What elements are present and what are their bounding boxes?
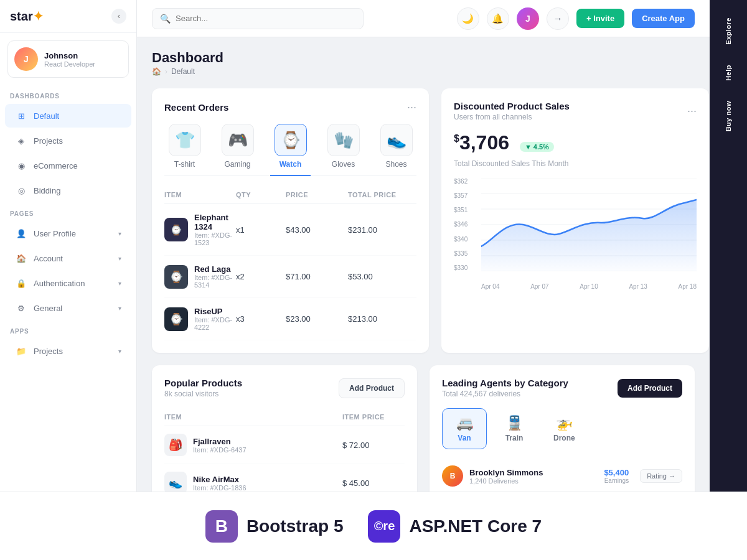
order-item-image: ⌚ [164,265,188,289]
tab-gaming[interactable]: 🎮 Gaming [217,124,258,176]
page-title-wrap: Dashboard 🏠 › Default [152,50,223,76]
table-row: ⌚ Elephant 1324 Item: #XDG-1523 x1 $43.0… [164,204,416,256]
search-input[interactable] [176,14,355,23]
col-price: PRICE [286,191,348,198]
user-card[interactable]: J Johnson React Developer [7,40,129,78]
gloves-icon: 🧤 [327,124,360,156]
page-title: Dashboard [152,50,223,66]
order-item-id: Item: #XDG-4222 [194,316,236,331]
sidebar-collapse-button[interactable]: ‹ [111,9,126,24]
y-label: $351 [454,207,467,213]
buy-now-button[interactable]: Buy now [720,93,737,139]
sidebar-item-label: User Profile [34,229,76,238]
product-image: 👟 [164,472,187,494]
lock-icon: 🔒 [15,277,27,289]
order-tabs: 👕 T-shirt 🎮 Gaming ⌚ Watch 🧤 Gloves [164,124,416,176]
tab-tshirt[interactable]: 👕 T-shirt [164,124,205,176]
tab-drone[interactable]: 🚁 Drone [542,408,587,449]
order-price: $43.00 [286,225,348,235]
rating-button[interactable]: Rating → [640,469,682,483]
sidebar-item-label: eCommerce [34,161,78,170]
bootstrap-icon: B [205,510,238,543]
aspnet-icon: ©re [368,510,400,543]
order-price: $23.00 [286,314,348,324]
chart-x-labels: Apr 04 Apr 07 Apr 10 Apr 13 Apr 18 [481,283,697,290]
user-avatar-topbar[interactable]: J [517,7,539,30]
order-item-details: Red Laga Item: #XDG-5314 [194,264,236,289]
chart-title: Discounted Product Sales [454,101,570,111]
order-item-image: ⌚ [164,307,188,331]
footer-overlay: B Bootstrap 5 ©re ASP.NET Core 7 [0,492,747,560]
sidebar-item-bidding[interactable]: ◎ Bidding [5,179,131,202]
theme-toggle-button[interactable]: 🌙 [457,7,479,30]
list-item: B Brooklyn Simmons 1,240 Deliveries $5,4… [442,459,682,493]
tab-shoes[interactable]: 👟 Shoes [376,124,416,176]
agents-card-header: Leading Agents by Category Total 424,567… [442,378,682,398]
create-app-button[interactable]: Create App [632,9,695,28]
sidebar-item-projects[interactable]: ◈ Projects [5,129,131,152]
top-grid: Recent Orders ··· 👕 T-shirt 🎮 Gaming [152,88,695,353]
bootstrap-brand: B Bootstrap 5 [205,510,344,543]
y-label: $335 [454,250,467,257]
ecommerce-icon: ◉ [15,159,27,172]
pages-section-label: PAGES [0,203,136,221]
chart-svg-wrapper [481,178,697,271]
drone-icon: 🚁 [556,415,573,431]
sidebar-logo-area: star✦ ‹ [0,0,136,33]
x-label: Apr 18 [679,283,697,290]
chevron-down-icon: ▾ [118,280,121,287]
recent-orders-header: Recent Orders ··· [164,101,416,114]
notifications-button[interactable]: 🔔 [487,7,509,30]
tab-label: Van [458,434,471,442]
sidebar-item-ecommerce[interactable]: ◉ eCommerce [5,154,131,177]
sidebar-item-general[interactable]: ⚙ General ▾ [5,296,131,320]
apps-section-label: APPS [0,320,136,338]
add-product-button[interactable]: Add Product [339,378,405,398]
products-card-title: Popular Products [164,378,242,388]
main-area: 🔍 🌙 🔔 J → + Invite Create App Dashboard … [137,0,710,560]
add-product-button-agents[interactable]: Add Product [618,379,682,398]
order-item-info: ⌚ Red Laga Item: #XDG-5314 [164,264,236,289]
col-item: ITEM [164,413,342,421]
sales-chart-card: Discounted Product Sales Users from all … [441,88,709,353]
user-role: React Developer [44,60,95,68]
invite-button[interactable]: + Invite [576,9,624,28]
tab-train[interactable]: 🚆 Train [492,408,537,449]
sidebar-item-user-profile[interactable]: 👤 User Profile ▾ [5,222,131,245]
tab-van[interactable]: 🚐 Van [442,408,487,449]
product-price: $ 72.00 [342,441,405,450]
tab-gloves[interactable]: 🧤 Gloves [323,124,364,176]
user-icon: 👤 [15,227,27,240]
table-row: ⌚ RiseUP Item: #XDG-4222 x3 $23.00 $213.… [164,298,416,340]
sidebar-item-projects-app[interactable]: 📁 Projects ▾ [5,339,131,363]
help-button[interactable]: Help [720,57,737,88]
sidebar-item-label: Projects [34,136,63,146]
order-item-name: RiseUP [194,307,236,316]
products-card-subtitle: 8k social visitors [164,390,242,398]
tab-label: T-shirt [174,160,195,169]
table-row: ⌚ Red Laga Item: #XDG-5314 x2 $71.00 $53… [164,256,416,298]
badge-percent: ▼ 4.5% [520,142,554,152]
sidebar-item-authentication[interactable]: 🔒 Authentication ▾ [5,271,131,295]
grid-icon: ⊞ [15,110,27,122]
card-menu-icon[interactable]: ··· [407,101,416,114]
x-label: Apr 07 [530,283,548,290]
col-item-price: ITEM PRICE [342,413,405,421]
arrow-right-icon[interactable]: → [547,7,569,30]
product-details: Nike AirMax Item: #XDG-1836 [193,475,247,492]
tab-label: Gaming [224,160,250,169]
tab-watch[interactable]: ⌚ Watch [270,124,311,176]
agents-card-title: Leading Agents by Category [442,378,568,388]
gear-icon: ⚙ [15,302,27,314]
y-label: $357 [454,192,467,199]
agent-earnings-wrap: $5,400 Earnings [604,468,629,484]
agent-name: Brooklyn Simmons [469,468,543,477]
agents-card-subtitle: Total 424,567 deliveries [442,390,568,398]
sidebar-item-account[interactable]: 🏠 Account ▾ [5,246,131,270]
prod-table-header: ITEM ITEM PRICE [164,408,405,426]
explore-button[interactable]: Explore [720,10,737,52]
line-chart-svg [481,178,697,271]
card-menu-icon[interactable]: ··· [687,105,697,118]
sidebar-item-default[interactable]: ⊞ Default [5,104,131,128]
sidebar-item-label: Default [34,111,59,121]
